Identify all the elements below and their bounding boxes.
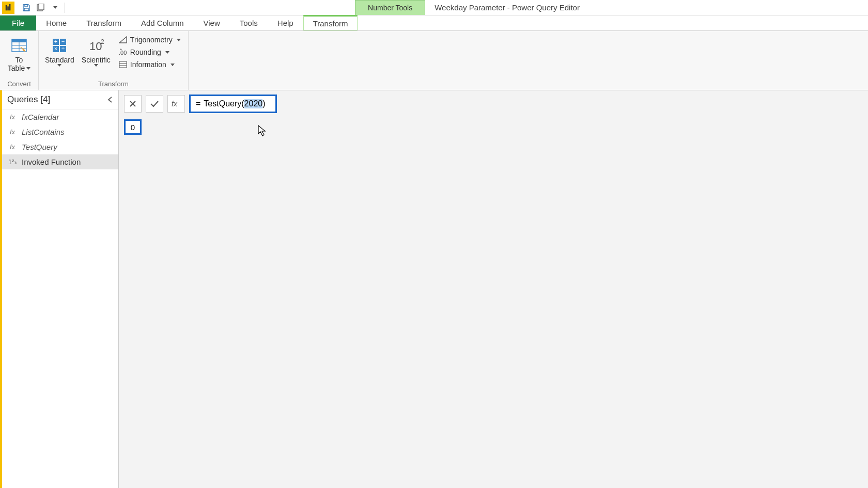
fx-button[interactable]: fx	[167, 95, 185, 113]
svg-rect-2	[9, 4, 11, 10]
formula-bar: fx = TestQuery(2020)	[119, 90, 868, 117]
quick-access-toolbar	[17, 1, 67, 14]
queries-header-label: Queries [4]	[7, 95, 50, 105]
formula-input[interactable]: = TestQuery(2020)	[189, 95, 277, 113]
svg-text:fx: fx	[172, 100, 178, 108]
function-icon: fx	[7, 113, 18, 121]
query-item-testquery[interactable]: fx TestQuery	[2, 139, 118, 154]
tab-tools[interactable]: Tools	[230, 15, 268, 30]
scientific-icon: 102	[87, 35, 105, 56]
content-area: fx = TestQuery(2020) 0	[119, 90, 868, 488]
tab-transform[interactable]: Transform	[76, 15, 131, 30]
svg-rect-4	[24, 8, 28, 11]
query-item-listcontains[interactable]: fx ListContains	[2, 124, 118, 139]
chevron-down-icon	[94, 64, 98, 67]
trigonometry-label: Trigonometry	[130, 36, 173, 44]
svg-rect-1	[7, 6, 9, 10]
svg-rect-23	[119, 61, 127, 68]
formula-selected-arg: 2020	[244, 99, 263, 108]
formula-func: TestQuery(	[204, 99, 244, 108]
qat-button-2[interactable]	[34, 1, 48, 14]
svg-text:2: 2	[101, 39, 104, 45]
qat-customize-button[interactable]	[49, 1, 62, 14]
query-item-fxcalendar[interactable]: fx fxCalendar	[2, 109, 118, 124]
group-label-transform: Transform	[43, 79, 184, 89]
function-icon: fx	[7, 143, 18, 151]
queries-header: Queries [4]	[2, 90, 118, 109]
tab-context-transform[interactable]: Transform	[303, 15, 358, 30]
ribbon-group-transform: + − × ÷ Standard 102 Scientific	[39, 31, 189, 90]
svg-text:×: ×	[54, 45, 57, 52]
svg-rect-6	[39, 4, 44, 10]
standard-button[interactable]: + − × ÷ Standard	[43, 33, 76, 69]
context-tool-header: Number Tools	[355, 0, 425, 15]
information-button[interactable]: Information	[116, 59, 184, 70]
svg-rect-0	[6, 5, 7, 10]
result-cell[interactable]: 0	[124, 119, 142, 135]
cursor-icon	[257, 124, 268, 137]
group-label-convert: Convert	[4, 79, 34, 89]
chevron-down-icon	[57, 64, 61, 67]
queries-panel: Queries [4] fx fxCalendar fx ListContain…	[0, 90, 119, 488]
tab-view[interactable]: View	[194, 15, 230, 30]
triangle-icon	[119, 36, 127, 43]
svg-text:.00: .00	[119, 50, 127, 56]
main-area: Queries [4] fx fxCalendar fx ListContain…	[0, 90, 868, 488]
save-button[interactable]	[20, 1, 33, 14]
formula-suffix: )	[262, 99, 265, 108]
separator	[65, 3, 65, 13]
query-label: Invoked Function	[22, 158, 81, 166]
tab-help[interactable]: Help	[268, 15, 303, 30]
chevron-down-icon	[165, 51, 169, 54]
query-label: TestQuery	[22, 143, 57, 151]
ribbon-group-convert: To Table Convert	[0, 31, 39, 90]
rounding-icon: .00	[119, 49, 127, 56]
info-icon	[119, 61, 127, 68]
query-item-invoked-function[interactable]: 1²₃ Invoked Function	[2, 154, 118, 169]
document-title: Weekday Parameter - Power Query Editor	[425, 3, 580, 12]
tab-add-column[interactable]: Add Column	[131, 15, 194, 30]
query-label: ListContains	[22, 128, 65, 136]
query-label: fxCalendar	[22, 113, 59, 121]
rounding-label: Rounding	[130, 48, 161, 56]
table-icon	[11, 35, 27, 56]
ribbon: To Table Convert + − × ÷	[0, 31, 868, 90]
svg-text:−: −	[61, 38, 65, 44]
formula-eq: =	[196, 99, 200, 108]
number-icon: 1²₃	[7, 158, 18, 166]
rounding-button[interactable]: .00 Rounding	[116, 46, 184, 58]
scientific-button[interactable]: 102 Scientific	[80, 33, 113, 69]
tab-file[interactable]: File	[0, 15, 36, 30]
to-table-label-1: To	[16, 56, 23, 64]
calculator-icon: + − × ÷	[52, 35, 67, 56]
svg-rect-7	[12, 39, 26, 42]
confirm-formula-button[interactable]	[146, 95, 163, 113]
to-table-button[interactable]: To Table	[4, 33, 34, 74]
tab-home[interactable]: Home	[36, 15, 76, 30]
collapse-panel-button[interactable]	[107, 96, 113, 103]
to-table-label-2: Table	[8, 64, 25, 72]
scientific-label: Scientific	[82, 56, 111, 64]
title-bar: Number Tools Weekday Parameter - Power Q…	[0, 0, 868, 15]
standard-label: Standard	[45, 56, 74, 64]
chevron-down-icon	[26, 67, 30, 70]
chevron-down-icon	[171, 64, 175, 66]
trigonometry-button[interactable]: Trigonometry	[116, 34, 184, 45]
cancel-formula-button[interactable]	[124, 95, 142, 113]
title-center: Number Tools Weekday Parameter - Power Q…	[67, 0, 868, 15]
chevron-down-icon	[177, 39, 181, 41]
svg-rect-3	[25, 5, 27, 7]
svg-text:÷: ÷	[61, 45, 65, 52]
app-icon	[2, 2, 14, 14]
svg-text:+: +	[54, 38, 57, 44]
ribbon-tabs: File Home Transform Add Column View Tool…	[0, 15, 868, 31]
information-label: Information	[130, 60, 166, 69]
result-value: 0	[131, 123, 135, 132]
function-icon: fx	[7, 128, 18, 136]
svg-text:10: 10	[89, 40, 102, 52]
